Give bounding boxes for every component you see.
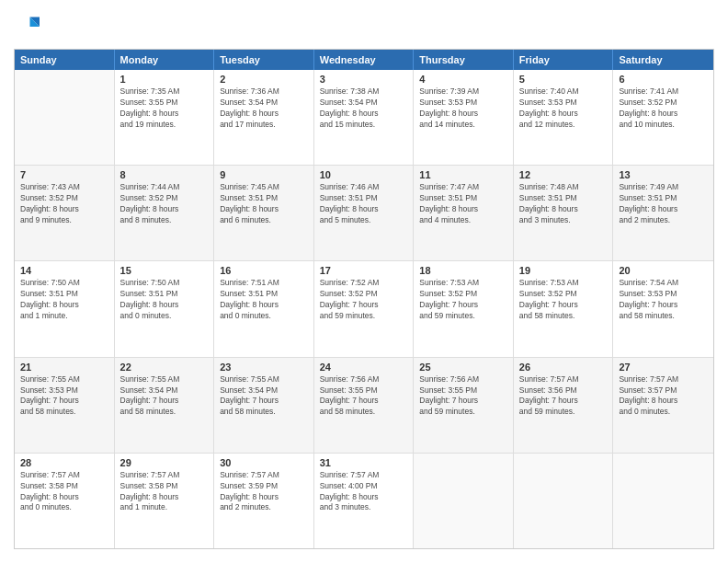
- cell-text-line: Sunrise: 7:57 AM: [120, 470, 209, 481]
- empty-cell-4-4: [414, 454, 514, 548]
- day-number: 13: [619, 169, 708, 180]
- day-cell-25: 25Sunrise: 7:56 AMSunset: 3:55 PMDayligh…: [414, 358, 514, 453]
- day-cell-12: 12Sunrise: 7:48 AMSunset: 3:51 PMDayligh…: [514, 166, 614, 260]
- day-cell-17: 17Sunrise: 7:52 AMSunset: 3:52 PMDayligh…: [314, 261, 415, 356]
- cell-text-line: Sunset: 3:58 PM: [20, 481, 108, 492]
- logo: [14, 14, 43, 40]
- cell-text-line: Sunrise: 7:57 AM: [519, 374, 608, 385]
- cell-text-line: and 59 minutes.: [419, 311, 507, 322]
- day-cell-20: 20Sunrise: 7:54 AMSunset: 3:53 PMDayligh…: [613, 261, 713, 356]
- page: SundayMondayTuesdayWednesdayThursdayFrid…: [0, 0, 728, 563]
- cell-text-line: Sunrise: 7:56 AM: [419, 374, 507, 385]
- cell-text-line: Sunrise: 7:35 AM: [120, 86, 209, 98]
- cell-text-line: Daylight: 8 hours: [20, 300, 108, 311]
- cell-text-line: Sunset: 3:58 PM: [120, 481, 209, 492]
- cell-text-line: Daylight: 8 hours: [20, 204, 108, 215]
- cell-text-line: Sunset: 3:52 PM: [419, 289, 507, 300]
- cell-text-line: Daylight: 7 hours: [20, 396, 108, 407]
- calendar-body: 1Sunrise: 7:35 AMSunset: 3:55 PMDaylight…: [15, 70, 713, 548]
- cell-text-line: Daylight: 8 hours: [20, 492, 108, 503]
- cell-text-line: Sunset: 3:52 PM: [320, 289, 408, 300]
- day-number: 23: [220, 362, 308, 373]
- cell-text-line: Daylight: 8 hours: [619, 109, 708, 120]
- day-cell-13: 13Sunrise: 7:49 AMSunset: 3:51 PMDayligh…: [613, 166, 713, 260]
- logo-icon: [14, 14, 40, 40]
- day-cell-6: 6Sunrise: 7:41 AMSunset: 3:52 PMDaylight…: [613, 70, 713, 165]
- day-cell-9: 9Sunrise: 7:45 AMSunset: 3:51 PMDaylight…: [214, 166, 314, 260]
- day-number: 11: [419, 169, 507, 180]
- cell-text-line: Sunset: 3:51 PM: [220, 289, 308, 300]
- cell-text-line: Sunrise: 7:41 AM: [619, 86, 708, 98]
- day-number: 2: [220, 74, 308, 85]
- cell-text-line: and 58 minutes.: [120, 407, 209, 418]
- cell-text-line: Daylight: 8 hours: [220, 204, 308, 215]
- cell-text-line: Sunset: 3:52 PM: [519, 289, 608, 300]
- cell-text-line: and 19 minutes.: [120, 120, 209, 131]
- day-number: 24: [320, 362, 408, 373]
- cell-text-line: and 58 minutes.: [320, 407, 408, 418]
- cell-text-line: and 10 minutes.: [619, 120, 708, 131]
- day-cell-8: 8Sunrise: 7:44 AMSunset: 3:52 PMDaylight…: [115, 166, 215, 260]
- cell-text-line: Sunrise: 7:52 AM: [320, 278, 408, 289]
- cell-text-line: Sunset: 3:52 PM: [619, 98, 708, 109]
- cell-text-line: and 6 minutes.: [220, 215, 308, 226]
- cell-text-line: Sunrise: 7:49 AM: [619, 182, 708, 193]
- day-cell-11: 11Sunrise: 7:47 AMSunset: 3:51 PMDayligh…: [414, 166, 514, 260]
- day-cell-16: 16Sunrise: 7:51 AMSunset: 3:51 PMDayligh…: [214, 261, 314, 356]
- day-number: 31: [320, 457, 408, 468]
- cell-text-line: and 4 minutes.: [419, 215, 507, 226]
- cell-text-line: Sunset: 3:55 PM: [120, 98, 209, 109]
- cell-text-line: and 2 minutes.: [619, 215, 708, 226]
- cell-text-line: and 59 minutes.: [519, 407, 608, 418]
- day-number: 16: [220, 265, 308, 276]
- weekday-header-wednesday: Wednesday: [314, 50, 415, 70]
- day-number: 30: [220, 457, 308, 468]
- cell-text-line: Sunrise: 7:53 AM: [519, 278, 608, 289]
- cell-text-line: and 0 minutes.: [619, 407, 708, 418]
- calendar-row-2: 14Sunrise: 7:50 AMSunset: 3:51 PMDayligh…: [15, 261, 713, 357]
- day-number: 3: [320, 74, 408, 85]
- cell-text-line: and 0 minutes.: [20, 502, 108, 513]
- weekday-header-tuesday: Tuesday: [214, 50, 314, 70]
- cell-text-line: Sunset: 3:52 PM: [20, 193, 108, 204]
- day-number: 22: [120, 362, 209, 373]
- cell-text-line: Sunset: 3:52 PM: [120, 193, 209, 204]
- cell-text-line: Daylight: 8 hours: [120, 204, 209, 215]
- cell-text-line: Sunset: 3:54 PM: [120, 385, 209, 396]
- cell-text-line: and 0 minutes.: [120, 311, 209, 322]
- day-cell-15: 15Sunrise: 7:50 AMSunset: 3:51 PMDayligh…: [115, 261, 215, 356]
- cell-text-line: and 14 minutes.: [419, 120, 507, 131]
- cell-text-line: Daylight: 7 hours: [419, 300, 507, 311]
- cell-text-line: Daylight: 8 hours: [320, 492, 408, 503]
- cell-text-line: Sunrise: 7:48 AM: [519, 182, 608, 193]
- cell-text-line: Sunrise: 7:38 AM: [320, 86, 408, 98]
- cell-text-line: Daylight: 8 hours: [419, 109, 507, 120]
- day-cell-26: 26Sunrise: 7:57 AMSunset: 3:56 PMDayligh…: [514, 358, 614, 453]
- day-number: 20: [619, 265, 708, 276]
- cell-text-line: and 9 minutes.: [20, 215, 108, 226]
- empty-cell-0-0: [15, 70, 115, 165]
- day-cell-21: 21Sunrise: 7:55 AMSunset: 3:53 PMDayligh…: [15, 358, 115, 453]
- cell-text-line: Sunrise: 7:40 AM: [519, 86, 608, 98]
- cell-text-line: Sunrise: 7:43 AM: [20, 182, 108, 193]
- cell-text-line: Daylight: 8 hours: [419, 204, 507, 215]
- cell-text-line: Sunset: 3:54 PM: [320, 98, 408, 109]
- cell-text-line: Sunrise: 7:44 AM: [120, 182, 209, 193]
- cell-text-line: and 3 minutes.: [320, 502, 408, 513]
- cell-text-line: and 58 minutes.: [619, 311, 708, 322]
- cell-text-line: Sunset: 3:51 PM: [320, 193, 408, 204]
- day-cell-28: 28Sunrise: 7:57 AMSunset: 3:58 PMDayligh…: [15, 454, 115, 548]
- day-cell-22: 22Sunrise: 7:55 AMSunset: 3:54 PMDayligh…: [115, 358, 215, 453]
- calendar: SundayMondayTuesdayWednesdayThursdayFrid…: [14, 49, 714, 549]
- cell-text-line: Sunset: 3:59 PM: [220, 481, 308, 492]
- day-number: 29: [120, 457, 209, 468]
- cell-text-line: Daylight: 7 hours: [220, 396, 308, 407]
- cell-text-line: Sunset: 3:53 PM: [419, 98, 507, 109]
- weekday-header-friday: Friday: [514, 50, 614, 70]
- day-number: 9: [220, 169, 308, 180]
- cell-text-line: Sunset: 3:55 PM: [320, 385, 408, 396]
- cell-text-line: Sunrise: 7:56 AM: [320, 374, 408, 385]
- day-cell-18: 18Sunrise: 7:53 AMSunset: 3:52 PMDayligh…: [414, 261, 514, 356]
- day-cell-27: 27Sunrise: 7:57 AMSunset: 3:57 PMDayligh…: [613, 358, 713, 453]
- day-number: 19: [519, 265, 608, 276]
